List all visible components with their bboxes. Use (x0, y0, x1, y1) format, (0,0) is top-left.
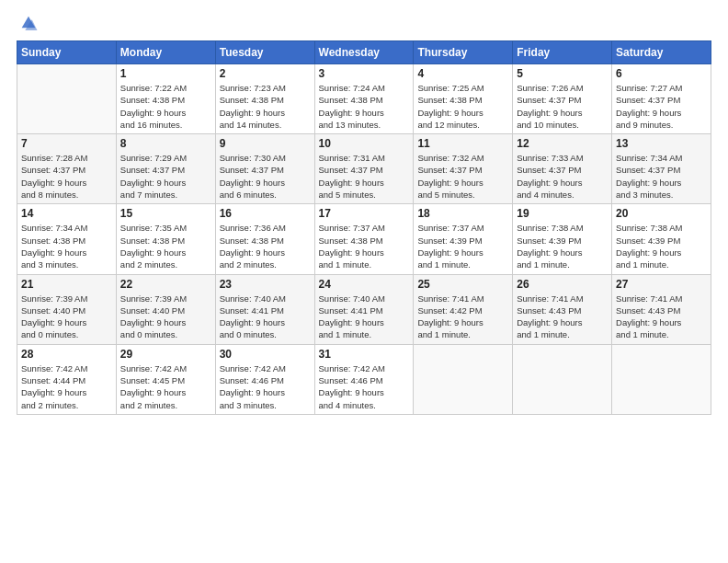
calendar-cell: 15Sunrise: 7:35 AMSunset: 4:38 PMDayligh… (116, 204, 215, 274)
day-info: Sunrise: 7:37 AMSunset: 4:39 PMDaylight:… (417, 222, 508, 270)
day-number: 16 (220, 207, 311, 220)
header (17, 17, 711, 33)
day-number: 7 (21, 137, 112, 150)
calendar-cell: 20Sunrise: 7:38 AMSunset: 4:39 PMDayligh… (612, 204, 711, 274)
day-info: Sunrise: 7:29 AMSunset: 4:37 PMDaylight:… (120, 152, 211, 201)
day-info: Sunrise: 7:40 AMSunset: 4:41 PMDaylight:… (319, 293, 410, 341)
day-info: Sunrise: 7:27 AMSunset: 4:37 PMDaylight:… (616, 82, 707, 131)
day-info: Sunrise: 7:23 AMSunset: 4:38 PMDaylight:… (220, 82, 311, 131)
calendar-cell: 8Sunrise: 7:29 AMSunset: 4:37 PMDaylight… (116, 134, 215, 204)
calendar-cell: 5Sunrise: 7:26 AMSunset: 4:37 PMDaylight… (513, 64, 612, 134)
day-number: 22 (120, 278, 211, 291)
calendar-cell: 17Sunrise: 7:37 AMSunset: 4:38 PMDayligh… (314, 204, 414, 274)
calendar-cell: 29Sunrise: 7:42 AMSunset: 4:45 PMDayligh… (116, 344, 215, 414)
day-info: Sunrise: 7:34 AMSunset: 4:37 PMDaylight:… (616, 152, 707, 201)
day-info: Sunrise: 7:39 AMSunset: 4:40 PMDaylight:… (120, 293, 211, 341)
calendar-cell: 18Sunrise: 7:37 AMSunset: 4:39 PMDayligh… (414, 204, 513, 274)
day-number: 2 (220, 67, 311, 80)
day-info: Sunrise: 7:33 AMSunset: 4:37 PMDaylight:… (517, 152, 608, 201)
day-info: Sunrise: 7:26 AMSunset: 4:37 PMDaylight:… (517, 82, 608, 131)
day-info: Sunrise: 7:35 AMSunset: 4:38 PMDaylight:… (120, 222, 211, 270)
calendar-cell: 10Sunrise: 7:31 AMSunset: 4:37 PMDayligh… (314, 134, 414, 204)
day-number: 13 (616, 137, 707, 150)
day-info: Sunrise: 7:34 AMSunset: 4:38 PMDaylight:… (21, 222, 112, 270)
logo-icon (18, 13, 39, 33)
calendar-cell: 6Sunrise: 7:27 AMSunset: 4:37 PMDaylight… (612, 64, 711, 134)
calendar-cell: 1Sunrise: 7:22 AMSunset: 4:38 PMDaylight… (116, 64, 215, 134)
calendar-cell: 21Sunrise: 7:39 AMSunset: 4:40 PMDayligh… (17, 274, 117, 344)
calendar-cell (414, 344, 513, 414)
calendar-cell: 16Sunrise: 7:36 AMSunset: 4:38 PMDayligh… (215, 204, 314, 274)
day-info: Sunrise: 7:42 AMSunset: 4:46 PMDaylight:… (220, 362, 311, 411)
day-info: Sunrise: 7:31 AMSunset: 4:37 PMDaylight:… (319, 152, 410, 201)
day-number: 15 (120, 207, 211, 220)
day-number: 24 (319, 278, 410, 291)
calendar-cell: 13Sunrise: 7:34 AMSunset: 4:37 PMDayligh… (612, 134, 711, 204)
day-info: Sunrise: 7:37 AMSunset: 4:38 PMDaylight:… (319, 222, 410, 270)
calendar-cell: 22Sunrise: 7:39 AMSunset: 4:40 PMDayligh… (116, 274, 215, 344)
calendar-cell: 30Sunrise: 7:42 AMSunset: 4:46 PMDayligh… (215, 344, 314, 414)
calendar-cell (612, 344, 711, 414)
day-info: Sunrise: 7:42 AMSunset: 4:44 PMDaylight:… (21, 362, 112, 411)
day-number: 27 (616, 278, 707, 291)
day-info: Sunrise: 7:24 AMSunset: 4:38 PMDaylight:… (319, 82, 410, 131)
day-number: 8 (120, 137, 211, 150)
calendar-week-row: 7Sunrise: 7:28 AMSunset: 4:37 PMDaylight… (17, 134, 711, 204)
calendar-cell: 14Sunrise: 7:34 AMSunset: 4:38 PMDayligh… (17, 204, 117, 274)
day-number: 23 (220, 278, 311, 291)
calendar-cell: 11Sunrise: 7:32 AMSunset: 4:37 PMDayligh… (414, 134, 513, 204)
day-info: Sunrise: 7:22 AMSunset: 4:38 PMDaylight:… (120, 82, 211, 131)
day-info: Sunrise: 7:32 AMSunset: 4:37 PMDaylight:… (417, 152, 508, 201)
calendar-cell: 19Sunrise: 7:38 AMSunset: 4:39 PMDayligh… (513, 204, 612, 274)
day-number: 21 (21, 278, 112, 291)
col-friday: Friday (513, 41, 612, 64)
day-info: Sunrise: 7:25 AMSunset: 4:38 PMDaylight:… (417, 82, 508, 131)
calendar-cell (17, 64, 117, 134)
day-number: 9 (220, 137, 311, 150)
page: Sunday Monday Tuesday Wednesday Thursday… (0, 0, 728, 563)
calendar-header-row: Sunday Monday Tuesday Wednesday Thursday… (17, 41, 711, 64)
calendar-cell: 24Sunrise: 7:40 AMSunset: 4:41 PMDayligh… (314, 274, 414, 344)
day-number: 1 (120, 67, 211, 80)
day-number: 5 (517, 67, 608, 80)
calendar-cell: 31Sunrise: 7:42 AMSunset: 4:46 PMDayligh… (314, 344, 414, 414)
day-number: 6 (616, 67, 707, 80)
day-number: 25 (417, 278, 508, 291)
calendar-week-row: 1Sunrise: 7:22 AMSunset: 4:38 PMDaylight… (17, 64, 711, 134)
day-number: 31 (319, 348, 410, 361)
calendar: Sunday Monday Tuesday Wednesday Thursday… (17, 40, 711, 415)
calendar-cell: 4Sunrise: 7:25 AMSunset: 4:38 PMDaylight… (414, 64, 513, 134)
calendar-cell: 27Sunrise: 7:41 AMSunset: 4:43 PMDayligh… (612, 274, 711, 344)
calendar-cell: 25Sunrise: 7:41 AMSunset: 4:42 PMDayligh… (414, 274, 513, 344)
day-info: Sunrise: 7:42 AMSunset: 4:46 PMDaylight:… (319, 362, 410, 411)
day-number: 26 (517, 278, 608, 291)
day-info: Sunrise: 7:42 AMSunset: 4:45 PMDaylight:… (120, 362, 211, 411)
col-sunday: Sunday (17, 41, 117, 64)
day-number: 4 (417, 67, 508, 80)
calendar-cell: 2Sunrise: 7:23 AMSunset: 4:38 PMDaylight… (215, 64, 314, 134)
day-info: Sunrise: 7:38 AMSunset: 4:39 PMDaylight:… (517, 222, 608, 270)
calendar-week-row: 28Sunrise: 7:42 AMSunset: 4:44 PMDayligh… (17, 344, 711, 414)
day-number: 28 (21, 348, 112, 361)
calendar-week-row: 14Sunrise: 7:34 AMSunset: 4:38 PMDayligh… (17, 204, 711, 274)
day-number: 17 (319, 207, 410, 220)
day-number: 30 (220, 348, 311, 361)
day-number: 12 (517, 137, 608, 150)
col-monday: Monday (116, 41, 215, 64)
day-info: Sunrise: 7:41 AMSunset: 4:42 PMDaylight:… (417, 293, 508, 341)
calendar-cell: 26Sunrise: 7:41 AMSunset: 4:43 PMDayligh… (513, 274, 612, 344)
calendar-cell: 3Sunrise: 7:24 AMSunset: 4:38 PMDaylight… (314, 64, 414, 134)
calendar-cell: 28Sunrise: 7:42 AMSunset: 4:44 PMDayligh… (17, 344, 117, 414)
day-info: Sunrise: 7:38 AMSunset: 4:39 PMDaylight:… (616, 222, 707, 270)
col-saturday: Saturday (612, 41, 711, 64)
day-number: 3 (319, 67, 410, 80)
calendar-cell: 23Sunrise: 7:40 AMSunset: 4:41 PMDayligh… (215, 274, 314, 344)
day-info: Sunrise: 7:41 AMSunset: 4:43 PMDaylight:… (517, 293, 608, 341)
day-number: 14 (21, 207, 112, 220)
col-tuesday: Tuesday (215, 41, 314, 64)
col-wednesday: Wednesday (314, 41, 414, 64)
col-thursday: Thursday (414, 41, 513, 64)
day-info: Sunrise: 7:28 AMSunset: 4:37 PMDaylight:… (21, 152, 112, 201)
calendar-cell: 12Sunrise: 7:33 AMSunset: 4:37 PMDayligh… (513, 134, 612, 204)
day-info: Sunrise: 7:36 AMSunset: 4:38 PMDaylight:… (220, 222, 311, 270)
